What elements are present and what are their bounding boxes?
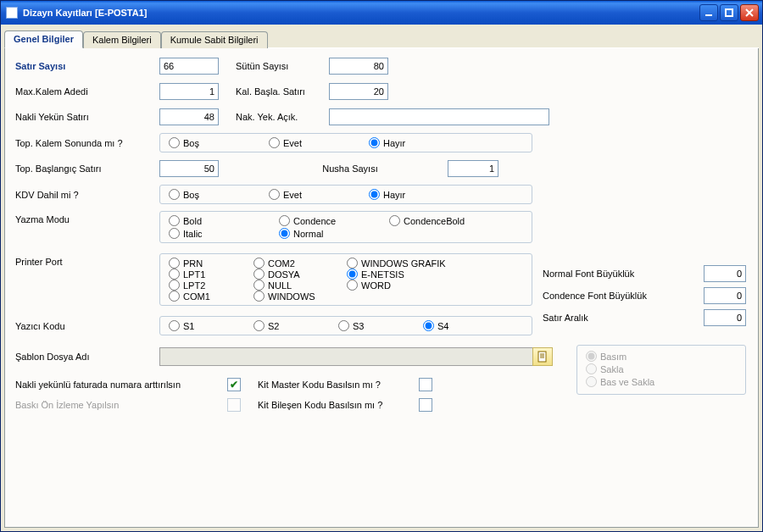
radio-da-sakla: Sakla (586, 363, 737, 374)
radio-ym-condence[interactable]: Condence (279, 215, 389, 226)
app-icon (6, 7, 18, 19)
radio-pp-enetsis[interactable]: E-NETSIS (347, 269, 499, 280)
radio-kdv-hayir[interactable]: Hayır (369, 189, 445, 200)
svg-rect-2 (538, 352, 546, 362)
svg-rect-1 (726, 9, 732, 16)
label-max-kalem: Max.Kalem Adedi (15, 86, 159, 97)
radio-pp-winsgrafik[interactable]: WINDOWS GRAFIK (347, 258, 499, 269)
tab-kalem-bilgileri[interactable]: Kalem Bilgileri (83, 31, 161, 48)
minimize-icon (704, 8, 714, 18)
radio-ym-bold[interactable]: Bold (169, 215, 279, 226)
label-kal-basla: Kal. Başla. Satırı (236, 86, 329, 97)
input-normal-font[interactable] (704, 265, 746, 282)
radio-pp-lpt1[interactable]: LPT1 (169, 269, 253, 280)
window-buttons (699, 4, 759, 21)
input-sutun-sayisi[interactable] (329, 58, 388, 75)
input-condence-font[interactable] (704, 287, 746, 304)
input-nak-yek-acik[interactable] (329, 108, 549, 125)
input-kal-basla[interactable] (329, 83, 388, 100)
label-satir-aralik: Satır Aralık (543, 313, 704, 323)
group-printer-port: PRN COM2 WINDOWS GRAFIK LPT1 DOSYA E-NET… (159, 253, 532, 306)
label-top-kalem-sonunda: Top. Kalem Sonunda mı ? (15, 138, 159, 148)
radio-yk-s1[interactable]: S1 (169, 320, 211, 331)
radio-pp-windows[interactable]: WINDOWS (253, 291, 347, 302)
label-nusha-sayisi: Nusha Sayısı (295, 163, 405, 174)
app-window: Dizayn Kayıtları [E-POSTA1] Genel Bilgil… (0, 0, 763, 532)
radio-ym-condencebold[interactable]: CondenceBold (389, 215, 542, 226)
radio-ym-normal[interactable]: Normal (279, 228, 389, 239)
button-browse-sablon[interactable] (532, 347, 553, 366)
radio-pp-lpt2[interactable]: LPT2 (169, 280, 253, 291)
svg-rect-0 (705, 14, 712, 16)
radio-pp-com1[interactable]: COM1 (169, 291, 253, 302)
maximize-icon (724, 8, 734, 18)
client-area: Genel Bilgiler Kalem Bilgileri Kumule Sa… (1, 25, 762, 531)
radio-pp-word[interactable]: WORD (347, 280, 499, 291)
title-bar: Dizayn Kayıtları [E-POSTA1] (1, 1, 762, 25)
radio-pp-dosya[interactable]: DOSYA (253, 269, 347, 280)
input-satir-sayisi[interactable] (159, 58, 219, 75)
label-satir-sayisi: Satır Sayısı (15, 61, 159, 71)
minimize-button[interactable] (699, 4, 718, 21)
radio-yk-s2[interactable]: S2 (253, 320, 296, 331)
label-normal-font: Normal Font Büyüklük (543, 269, 704, 279)
radio-kdv-evet[interactable]: Evet (269, 189, 345, 200)
label-nakli-yekun: Nakli Yekün Satırı (15, 112, 159, 122)
document-icon (537, 351, 549, 363)
input-max-kalem[interactable] (159, 83, 219, 100)
radio-pp-null[interactable]: NULL (253, 280, 347, 291)
radio-yk-s4[interactable]: S4 (423, 320, 465, 331)
checkbox-kit-bilesen[interactable] (419, 398, 432, 412)
radio-tks-bos[interactable]: Boş (169, 137, 245, 148)
checkbox-kit-master[interactable] (419, 378, 432, 391)
font-size-panel: Normal Font Büyüklük Condence Font Büyük… (543, 265, 746, 331)
input-top-baslangic[interactable] (159, 160, 219, 177)
window-title: Dizayn Kayıtları [E-POSTA1] (23, 8, 699, 18)
close-button[interactable] (740, 4, 759, 21)
radio-tks-hayir[interactable]: Hayır (369, 137, 445, 148)
tab-page-genel: Satır Sayısı Sütün Sayısı Max.Kalem Aded… (4, 48, 759, 528)
label-sablon-dosya: Şablon Dosya Adı (15, 352, 159, 362)
group-yazici-kodu: S1 S2 S3 S4 (159, 316, 532, 335)
label-printer-port: Printer Port (15, 253, 159, 267)
group-top-kalem-sonunda: Boş Evet Hayır (159, 133, 532, 152)
label-kit-bilesen: Kit Bileşen Kodu Basılsın mı ? (258, 400, 419, 410)
radio-da-basvesakla: Bas ve Sakla (586, 376, 737, 387)
tab-genel-bilgiler[interactable]: Genel Bilgiler (4, 30, 83, 48)
label-kit-master: Kit Master Kodu Basılsın mı ? (258, 380, 419, 390)
radio-pp-com2[interactable]: COM2 (253, 258, 347, 269)
group-doc-action: Basım Sakla Bas ve Sakla (576, 345, 746, 395)
input-nusha-sayisi[interactable] (448, 160, 498, 177)
radio-da-basim: Basım (586, 351, 737, 362)
input-nakli-yekun[interactable] (159, 108, 219, 125)
tab-kumule-sabit[interactable]: Kumule Sabit Bilgileri (161, 31, 268, 48)
label-sutun-sayisi: Sütün Sayısı (236, 61, 329, 71)
input-satir-aralik[interactable] (704, 309, 746, 326)
label-top-baslangic: Top. Başlangıç Satırı (15, 163, 159, 174)
radio-yk-s3[interactable]: S3 (338, 320, 381, 331)
label-kdv-dahil: KDV Dahil mi ? (15, 190, 159, 200)
checkbox-baski-on-izleme (227, 398, 241, 412)
label-nakli-fatura: Nakli yekünlü faturada numara arttırılsı… (15, 380, 227, 390)
close-icon (744, 8, 755, 18)
radio-pp-prn[interactable]: PRN (169, 258, 253, 269)
label-baski-on-izleme: Baskı Ön İzleme Yapılsın (15, 400, 227, 410)
radio-tks-evet[interactable]: Evet (269, 137, 345, 148)
radio-kdv-bos[interactable]: Boş (169, 189, 245, 200)
maximize-button[interactable] (720, 4, 738, 21)
checkbox-nakli-fatura[interactable] (227, 378, 241, 391)
label-nak-yek-acik: Nak. Yek. Açık. (236, 112, 329, 122)
label-yazma-modu: Yazma Modu (15, 211, 159, 224)
group-yazma-modu: Bold Condence CondenceBold Italic Normal (159, 211, 532, 243)
group-kdv-dahil: Boş Evet Hayır (159, 185, 532, 204)
label-condence-font: Condence Font Büyüklük (543, 291, 704, 301)
tab-strip: Genel Bilgiler Kalem Bilgileri Kumule Sa… (4, 28, 759, 48)
label-yazici-kodu: Yazıcı Kodu (15, 321, 159, 331)
radio-ym-italic[interactable]: Italic (169, 228, 279, 239)
input-sablon-dosya (159, 347, 532, 366)
